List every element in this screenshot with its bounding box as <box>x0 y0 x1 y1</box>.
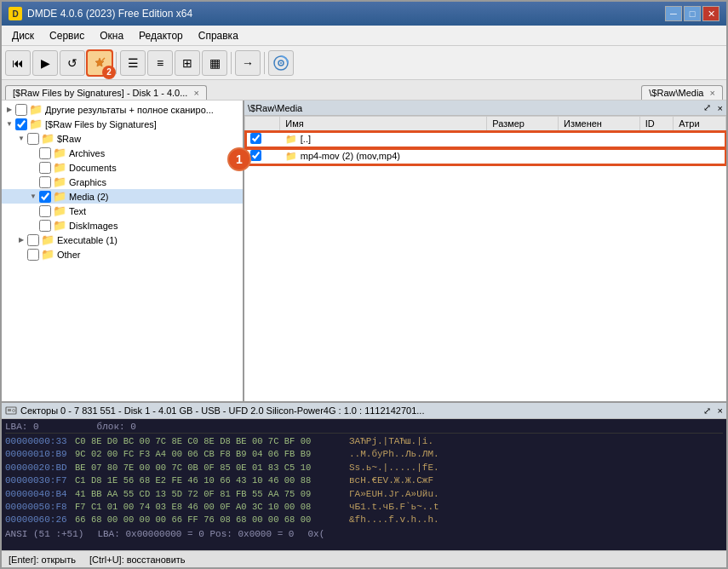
tree-label-root1: Другие результаты + полное сканиро... <box>45 105 214 115</box>
table-row[interactable]: 📁mp4-mov (2) (mov,mp4) <box>245 148 726 165</box>
minimize-button[interactable]: ─ <box>665 6 682 21</box>
toolbar-btn-first[interactable]: ⏮ <box>5 50 31 76</box>
row-size-0 <box>487 131 559 148</box>
check-other[interactable] <box>27 249 39 261</box>
bottom-panel-header: Секторы 0 - 7 831 551 - Disk 1 - 4.01 GB… <box>2 403 726 419</box>
toolbar-btn-detail[interactable]: ▦ <box>202 50 227 76</box>
left-panel: ▶ 📁 Другие результаты + полное сканиро..… <box>2 101 244 401</box>
hex-lba-pos: LBA: 0x00000000 = 0 Pos: 0x0000 = 0 <box>97 529 294 539</box>
toolbar-btn-refresh[interactable]: ↺ <box>60 50 85 76</box>
col-modified[interactable]: Изменен <box>559 117 640 131</box>
title-bar: D DMDE 4.0.6 (2023) Free Edition x64 ─ □… <box>2 2 726 26</box>
row-folder-icon-0: 📁 <box>285 134 297 144</box>
row-id-0 <box>639 131 674 148</box>
tree-item-sraw[interactable]: ▼ 📁 $Raw <box>2 131 243 146</box>
check-graphics[interactable] <box>39 176 51 188</box>
tree-label-archives: Archives <box>69 148 105 158</box>
tree-item-other[interactable]: ▶ 📁 Other <box>2 247 243 262</box>
tree-item-root2[interactable]: ▼ 📁 [$Raw Files by Signatures] <box>2 117 243 131</box>
tree-label-text: Text <box>69 206 86 216</box>
table-row[interactable]: 📁[..] <box>245 131 726 148</box>
tab-right[interactable]: \$Raw\Media × <box>641 85 723 100</box>
status-enter: [Enter]: открыть <box>9 555 76 565</box>
close-button[interactable]: ✕ <box>702 6 719 21</box>
tree-item-documents[interactable]: ▶ 📁 Documents <box>2 160 243 175</box>
hex-bytes-3: C1 D8 1E 56 68 E2 FE 46 10 66 43 10 46 0… <box>75 474 347 487</box>
toolbar-btn-disk[interactable] <box>268 50 294 76</box>
toolbar-btn-arrow[interactable]: → <box>235 50 261 76</box>
tree-item-media[interactable]: ▼ 📁 Media (2) <box>2 189 243 204</box>
right-panel-close[interactable]: × <box>718 103 723 113</box>
toolbar-btn-play[interactable]: ▶ <box>32 50 58 76</box>
check-text[interactable] <box>39 205 51 217</box>
row-checkbox-0[interactable] <box>250 133 261 144</box>
check-executable[interactable] <box>27 234 39 246</box>
check-media[interactable] <box>39 191 51 203</box>
col-size[interactable]: Размер <box>487 117 559 131</box>
separator-3 <box>264 52 265 74</box>
maximize-button[interactable]: □ <box>684 6 701 21</box>
menu-service[interactable]: Сервис <box>43 28 91 43</box>
hex-row-5: 00000050:F8F7 C1 01 00 74 03 E8 46 00 0F… <box>5 501 723 514</box>
check-documents[interactable] <box>39 162 51 174</box>
check-sraw[interactable] <box>27 133 39 145</box>
svg-point-6 <box>13 410 15 412</box>
toolbar-btn-grid[interactable]: ⊞ <box>175 50 200 76</box>
hex-ascii-6: &fh....f.v.h..h. <box>349 514 439 526</box>
tree-item-executable[interactable]: ▶ 📁 Executable (1) <box>2 233 243 247</box>
tree-label-root2: [$Raw Files by Signatures] <box>45 119 157 129</box>
arrow-root1: ▶ <box>3 106 15 113</box>
toolbar: ⏮ ▶ ↺ 2 ☰ ≡ ⊞ ▦ → <box>2 46 726 80</box>
main-content: ▶ 📁 Другие результаты + полное сканиро..… <box>2 101 726 550</box>
right-panel-files: Имя Размер Изменен ID Атри 📁[..]📁mp4-mov… <box>244 116 726 401</box>
left-panel-tree: ▶ 📁 Другие результаты + полное сканиро..… <box>2 101 243 401</box>
bottom-panel: Секторы 0 - 7 831 551 - Disk 1 - 4.01 GB… <box>2 401 726 550</box>
hex-ascii-1: ..М.буPh..Ль.ЛМ. <box>349 448 439 461</box>
hex-lba-label: LBA: 0 <box>5 422 39 432</box>
toolbar-btn-list1[interactable]: ☰ <box>120 50 146 76</box>
tree-label-graphics: Graphics <box>69 177 106 187</box>
hex-addr-2: 00000020:BD <box>5 462 73 474</box>
hex-extra: 0x( <box>307 529 324 539</box>
check-diskimages[interactable] <box>39 220 51 232</box>
bottom-panel-close[interactable]: × <box>718 405 723 416</box>
menu-disk[interactable]: Диск <box>5 28 41 43</box>
check-archives[interactable] <box>39 147 51 159</box>
tab-left[interactable]: [$Raw Files by Signatures] - Disk 1 - 4.… <box>5 85 207 100</box>
file-table: Имя Размер Изменен ID Атри 📁[..]📁mp4-mov… <box>244 116 726 165</box>
col-name[interactable]: Имя <box>280 117 487 131</box>
tab-left-close[interactable]: × <box>193 88 198 98</box>
tree-item-root1[interactable]: ▶ 📁 Другие результаты + полное сканиро..… <box>2 102 243 117</box>
status-ctrl: [Ctrl+U]: восстановить <box>89 555 186 565</box>
check-root1[interactable] <box>15 104 27 116</box>
tree-item-text[interactable]: ▶ 📁 Text <box>2 204 243 218</box>
right-panel: \$Raw\Media ⤢ × Имя Размер Изменен ID <box>244 101 726 401</box>
tree-label-media: Media (2) <box>69 192 108 202</box>
tree-item-archives[interactable]: ▶ 📁 Archives <box>2 146 243 160</box>
tree-label-executable: Executable (1) <box>57 235 118 245</box>
toolbar-btn-list2[interactable]: ≡ <box>147 50 173 76</box>
hex-ascii-5: чБ1.t.чБ.F`ь~..t <box>349 501 439 514</box>
separator-2 <box>231 52 232 74</box>
row-id-1 <box>639 148 674 165</box>
menu-editor[interactable]: Редактор <box>132 28 190 43</box>
menu-bar: Диск Сервис Окна Редактор Справка <box>2 26 726 46</box>
col-attr[interactable]: Атри <box>674 117 726 131</box>
folder-icon-executable: 📁 <box>41 233 54 246</box>
tab-right-close[interactable]: × <box>710 88 715 98</box>
col-id[interactable]: ID <box>639 117 674 131</box>
right-panel-expand[interactable]: ⤢ <box>703 102 711 113</box>
row-folder-icon-1: 📁 <box>285 151 297 161</box>
hex-bytes-4: 41 BB AA 55 CD 13 5D 72 0F 81 FB 55 AA 7… <box>75 488 347 501</box>
arrow-media: ▼ <box>27 193 39 200</box>
menu-help[interactable]: Справка <box>192 28 245 43</box>
tab-right-label: \$Raw\Media <box>649 88 703 98</box>
bottom-panel-expand[interactable]: ⤢ <box>703 405 711 417</box>
check-root2[interactable] <box>15 118 27 130</box>
row-checkbox-1[interactable] <box>250 150 261 161</box>
hex-rows-container: 00000000:33C0 8E D0 BC 00 7C 8E C0 8E D8… <box>5 435 723 539</box>
menu-windows[interactable]: Окна <box>93 28 130 43</box>
tree-item-graphics[interactable]: ▶ 📁 Graphics <box>2 175 243 189</box>
hex-encoding: ANSI (51 :+51) <box>5 529 83 539</box>
tree-item-diskimages[interactable]: ▶ 📁 DiskImages <box>2 218 243 233</box>
